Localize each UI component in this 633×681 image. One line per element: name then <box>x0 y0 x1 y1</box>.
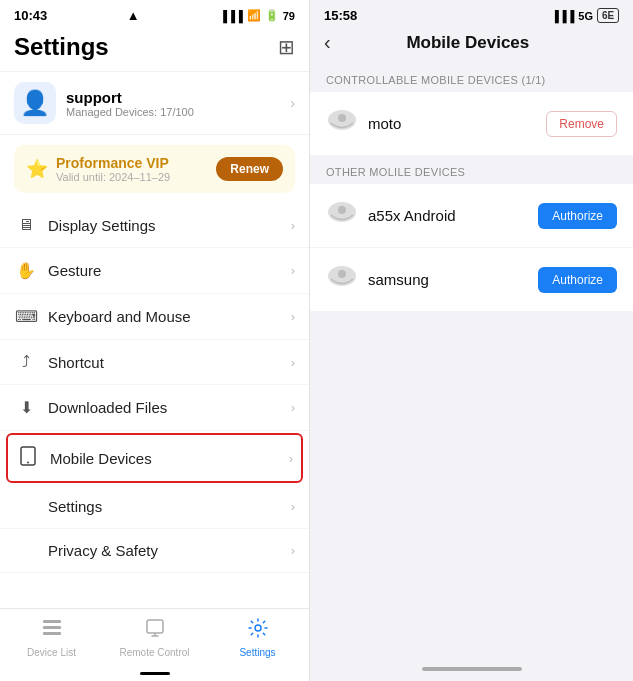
menu-item-gesture[interactable]: ✋ Gesture › <box>0 248 309 294</box>
device-name-moto: moto <box>368 115 536 132</box>
settings-item-chevron: › <box>291 499 295 514</box>
device-row-samsung: samsung Authorize <box>310 248 633 311</box>
menu-item-privacy-safety[interactable]: Privacy & Safety › <box>0 529 309 573</box>
mobile-chevron: › <box>289 451 293 466</box>
profile-chevron: › <box>290 95 295 111</box>
device-icon-moto <box>326 104 358 143</box>
svg-point-1 <box>27 462 29 464</box>
svg-point-12 <box>338 206 346 214</box>
wifi-icon: 📶 <box>247 9 261 22</box>
controllable-section-header: CONTROLLABLE MOBILE DEVICES (1/1) <box>310 64 633 92</box>
vip-valid: Valid until: 2024–11–29 <box>56 171 170 183</box>
mobile-devices-label: Mobile Devices <box>50 450 289 467</box>
svg-rect-3 <box>43 626 61 629</box>
remove-moto-button[interactable]: Remove <box>546 111 617 137</box>
keyboard-chevron: › <box>291 309 295 324</box>
page-title: Settings <box>14 33 109 61</box>
svg-rect-2 <box>43 620 61 623</box>
grid-icon[interactable]: ⊞ <box>278 35 295 59</box>
signal-icon: ▐▐▐ <box>219 10 242 22</box>
nav-settings-label: Settings <box>239 647 275 658</box>
left-status-bar: 10:43 ▲ ▐▐▐ 📶 🔋 79 <box>0 0 309 27</box>
vip-banner: ⭐ Proformance VIP Valid until: 2024–11–2… <box>14 145 295 193</box>
nav-device-list-label: Device List <box>27 647 76 658</box>
device-name-a55x: a55x Android <box>368 207 528 224</box>
other-section-header: OTHER MOLILE DEVICES <box>310 156 633 184</box>
avatar: 👤 <box>14 82 56 124</box>
vip-title: Proformance VIP <box>56 155 170 171</box>
device-row-moto: moto Remove <box>310 92 633 155</box>
signal-bars-icon: ▐▐▐ <box>551 10 574 22</box>
nav-remote-control[interactable]: Remote Control <box>103 617 206 658</box>
svg-point-10 <box>338 114 346 122</box>
battery-level: 79 <box>283 10 295 22</box>
left-panel: 10:43 ▲ ▐▐▐ 📶 🔋 79 Settings ⊞ 👤 support … <box>0 0 310 681</box>
renew-button[interactable]: Renew <box>216 157 283 181</box>
left-status-icons: ▐▐▐ 📶 🔋 79 <box>219 9 295 22</box>
download-icon: ⬇ <box>14 398 38 417</box>
nav-device-list-icon <box>41 617 63 644</box>
menu-item-keyboard-mouse[interactable]: ⌨ Keyboard and Mouse › <box>0 294 309 340</box>
right-panel: 15:58 ▐▐▐ 5G 6E ‹ Mobile Devices CONTROL… <box>310 0 633 681</box>
vip-info: Proformance VIP Valid until: 2024–11–29 <box>56 155 170 183</box>
profile-name: support <box>66 89 290 106</box>
nav-settings[interactable]: Settings <box>206 617 309 658</box>
menu-item-downloaded-files[interactable]: ⬇ Downloaded Files › <box>0 385 309 431</box>
gesture-chevron: › <box>291 263 295 278</box>
right-status-bar: 15:58 ▐▐▐ 5G 6E <box>310 0 633 27</box>
profile-sub: Managed Devices: 17/100 <box>66 106 290 118</box>
svg-rect-4 <box>43 632 61 635</box>
shortcut-icon: ⤴ <box>14 353 38 371</box>
right-page-title: Mobile Devices <box>341 33 619 53</box>
authorize-a55x-button[interactable]: Authorize <box>538 203 617 229</box>
shortcut-chevron: › <box>291 355 295 370</box>
privacy-label: Privacy & Safety <box>48 542 291 559</box>
right-status-icons: ▐▐▐ 5G 6E <box>551 8 619 23</box>
settings-item-label: Settings <box>48 498 291 515</box>
nav-remote-label: Remote Control <box>119 647 189 658</box>
nav-remote-icon <box>144 617 166 644</box>
menu-item-mobile-devices[interactable]: Mobile Devices › <box>6 433 303 483</box>
right-time: 15:58 <box>324 8 357 23</box>
keyboard-icon: ⌨ <box>14 307 38 326</box>
battery-icon: 🔋 <box>265 9 279 22</box>
vip-left: ⭐ Proformance VIP Valid until: 2024–11–2… <box>26 155 170 183</box>
left-time: 10:43 <box>14 8 47 23</box>
svg-point-14 <box>338 270 346 278</box>
shortcut-label: Shortcut <box>48 354 291 371</box>
device-row-a55x: a55x Android Authorize <box>310 184 633 247</box>
left-bottom-indicator <box>140 672 170 675</box>
display-label: Display Settings <box>48 217 291 234</box>
device-name-samsung: samsung <box>368 271 528 288</box>
svg-rect-5 <box>147 620 163 633</box>
left-header: Settings ⊞ <box>0 27 309 71</box>
menu-item-shortcut[interactable]: ⤴ Shortcut › <box>0 340 309 385</box>
vip-icon: ⭐ <box>26 158 48 180</box>
right-bottom-indicator <box>310 659 633 681</box>
menu-list: 🖥 Display Settings › ✋ Gesture › ⌨ Keybo… <box>0 203 309 608</box>
device-icon-a55x <box>326 196 358 235</box>
back-button[interactable]: ‹ <box>324 31 331 54</box>
left-location-icon: ▲ <box>127 8 140 23</box>
display-chevron: › <box>291 218 295 233</box>
bottom-bar <box>422 667 522 671</box>
profile-row[interactable]: 👤 support Managed Devices: 17/100 › <box>0 71 309 135</box>
bottom-nav: Device List Remote Control Settings <box>0 608 309 668</box>
authorize-samsung-button[interactable]: Authorize <box>538 267 617 293</box>
nav-device-list[interactable]: Device List <box>0 617 103 658</box>
downloaded-files-label: Downloaded Files <box>48 399 291 416</box>
svg-point-8 <box>255 625 261 631</box>
battery-indicator: 6E <box>597 8 619 23</box>
privacy-chevron: › <box>291 543 295 558</box>
nav-settings-icon <box>247 617 269 644</box>
device-icon-samsung <box>326 260 358 299</box>
profile-info: support Managed Devices: 17/100 <box>66 89 290 118</box>
menu-item-display-settings[interactable]: 🖥 Display Settings › <box>0 203 309 248</box>
mobile-icon <box>16 446 40 470</box>
gesture-label: Gesture <box>48 262 291 279</box>
right-header: ‹ Mobile Devices <box>310 27 633 64</box>
gesture-icon: ✋ <box>14 261 38 280</box>
avatar-icon: 👤 <box>20 89 50 117</box>
menu-item-settings[interactable]: Settings › <box>0 485 309 529</box>
keyboard-label: Keyboard and Mouse <box>48 308 291 325</box>
